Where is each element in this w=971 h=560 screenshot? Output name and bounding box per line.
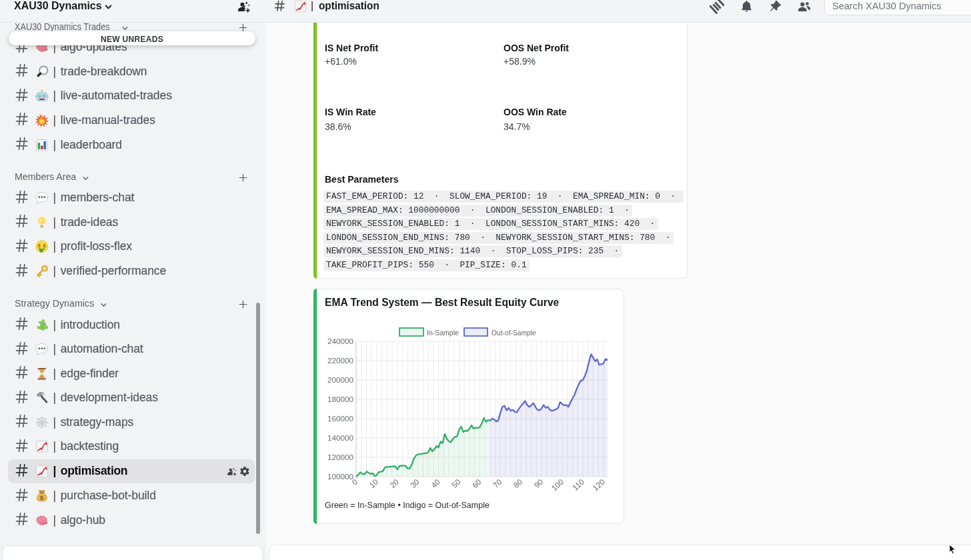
svg-text:60: 60 [470,477,483,490]
svg-text:120000: 120000 [327,453,354,461]
svg-text:90: 90 [532,477,545,490]
svg-text:180000: 180000 [327,395,354,403]
svg-text:160000: 160000 [327,414,354,423]
svg-text:$: $ [40,494,44,501]
svg-text:0: 0 [350,477,359,487]
svg-text:10: 10 [367,477,380,490]
svg-text:50: 50 [449,477,462,490]
svg-text:110: 110 [571,477,586,491]
svg-text:120: 120 [591,477,607,493]
svg-text:In-Sample: In-Sample [427,328,459,337]
svg-text:200000: 200000 [327,375,354,384]
svg-text:70: 70 [491,477,504,490]
svg-text:30: 30 [409,477,421,490]
svg-text:240000: 240000 [327,337,354,345]
svg-text:140000: 140000 [327,433,354,442]
svg-text:40: 40 [429,477,442,490]
svg-text:20: 20 [388,477,401,490]
svg-text:220000: 220000 [327,356,354,365]
svg-text:100: 100 [550,477,566,493]
svg-text:Out-of-Sample: Out-of-Sample [492,328,536,337]
svg-text:80: 80 [512,477,524,490]
